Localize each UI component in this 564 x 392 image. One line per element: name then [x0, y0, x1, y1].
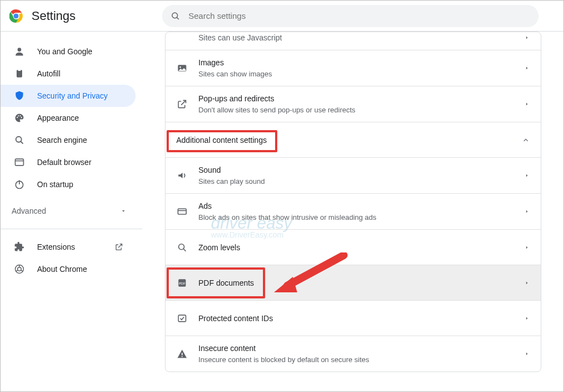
- setting-row-images[interactable]: Images Sites can show images: [165, 50, 541, 86]
- setting-row-ads[interactable]: Ads Block ads on sites that show intrusi…: [165, 193, 541, 229]
- svg-rect-32: [182, 353, 183, 355]
- setting-row-protected-content[interactable]: Protected content IDs: [165, 300, 541, 336]
- row-title: Protected content IDs: [199, 313, 513, 324]
- chevron-right-icon: [524, 316, 530, 321]
- search-input[interactable]: [189, 11, 531, 20]
- sidebar-advanced-toggle[interactable]: Advanced: [1, 200, 142, 222]
- row-sub: Sites can use Javascript: [199, 32, 513, 43]
- chevron-right-icon: [524, 351, 530, 357]
- chevron-right-icon: [524, 101, 530, 107]
- power-icon: [14, 179, 25, 190]
- header: Settings: [1, 1, 563, 32]
- sidebar-item-label: You and Google: [37, 47, 136, 56]
- row-sub: Don't allow sites to send pop-ups or use…: [199, 105, 513, 115]
- pdf-icon: PDF: [177, 277, 188, 288]
- setting-row-pdf-documents[interactable]: PDF PDF documents: [165, 265, 541, 300]
- row-title: Insecure content: [199, 343, 513, 354]
- extension-icon: [14, 241, 25, 252]
- setting-row-insecure-content[interactable]: Insecure content Insecure content is blo…: [165, 336, 541, 372]
- sidebar-item-extensions[interactable]: Extensions: [1, 236, 136, 258]
- svg-line-4: [177, 17, 179, 19]
- sidebar-item-label: On startup: [37, 180, 136, 189]
- sidebar-item-security-and-privacy[interactable]: Security and Privacy: [1, 85, 136, 107]
- sidebar-group-label: Advanced: [12, 207, 118, 215]
- svg-rect-14: [15, 159, 24, 166]
- row-title: Images: [199, 57, 513, 68]
- svg-rect-25: [178, 209, 186, 214]
- chevron-down-icon: [118, 205, 129, 216]
- sidebar-item-label: Appearance: [37, 114, 136, 122]
- section-additional-content-settings[interactable]: Additional content settings: [165, 122, 541, 157]
- main-content: Sites can use Javascript Images Sites ca…: [142, 32, 563, 392]
- svg-point-24: [179, 66, 181, 68]
- chevron-up-icon: [522, 136, 530, 144]
- svg-point-10: [20, 115, 21, 116]
- svg-line-28: [183, 249, 185, 251]
- clipboard-icon: [14, 68, 25, 79]
- chevron-right-icon: [524, 209, 530, 214]
- row-sub: Insecure content is blocked by default o…: [199, 355, 513, 365]
- row-title: PDF documents: [199, 277, 513, 288]
- page-title: Settings: [32, 9, 76, 23]
- settings-card: Sites can use Javascript Images Sites ca…: [165, 32, 541, 372]
- sidebar-item-label: Security and Privacy: [37, 91, 136, 100]
- row-title: Sound: [199, 164, 513, 176]
- sidebar-item-autofill[interactable]: Autofill: [1, 63, 136, 85]
- svg-point-5: [18, 48, 22, 51]
- warning-icon: [177, 348, 188, 359]
- sidebar-item-you-and-google[interactable]: You and Google: [1, 40, 136, 63]
- protected-content-icon: [177, 313, 188, 324]
- sidebar-item-label: Default browser: [37, 158, 136, 167]
- setting-row-sound[interactable]: Sound Sites can play sound: [165, 157, 541, 193]
- sidebar-item-label: About Chrome: [37, 265, 136, 274]
- chevron-right-icon: [524, 173, 530, 178]
- setting-row-popups[interactable]: Pop-ups and redirects Don't allow sites …: [165, 86, 541, 122]
- row-sub: Sites can show images: [199, 69, 513, 79]
- palette-icon: [14, 112, 25, 123]
- svg-point-3: [172, 13, 178, 18]
- ads-icon: [177, 206, 188, 217]
- section-label: Additional content settings: [177, 136, 267, 145]
- setting-row-javascript[interactable]: Sites can use Javascript: [165, 32, 541, 50]
- image-icon: [177, 63, 188, 74]
- svg-rect-31: [178, 315, 185, 322]
- sound-icon: [177, 170, 188, 181]
- search-icon: [14, 135, 25, 146]
- svg-point-12: [16, 137, 22, 142]
- sidebar-item-appearance[interactable]: Appearance: [1, 107, 136, 129]
- row-title: Ads: [199, 200, 513, 212]
- search-box[interactable]: [162, 5, 539, 27]
- svg-point-11: [21, 117, 22, 118]
- chevron-right-icon: [524, 35, 530, 40]
- sidebar-item-label: Search engine: [37, 136, 136, 145]
- chrome-outline-icon: [14, 264, 25, 275]
- chevron-right-icon: [524, 280, 530, 286]
- zoom-icon: [177, 242, 188, 253]
- shield-icon: [14, 90, 25, 101]
- sidebar-item-on-startup[interactable]: On startup: [1, 173, 136, 195]
- svg-line-13: [21, 142, 23, 144]
- svg-rect-33: [182, 356, 183, 357]
- svg-point-27: [178, 244, 184, 249]
- svg-rect-6: [17, 70, 22, 77]
- sidebar: You and Google Autofill Security and Pri…: [1, 32, 142, 392]
- search-icon: [170, 11, 181, 22]
- chrome-logo-icon: [9, 9, 23, 23]
- chevron-right-icon: [524, 245, 530, 250]
- svg-line-22: [21, 270, 23, 272]
- svg-rect-7: [18, 69, 21, 71]
- setting-row-zoom-levels[interactable]: Zoom levels: [165, 229, 541, 265]
- row-title: Zoom levels: [199, 242, 513, 253]
- svg-line-21: [16, 270, 18, 272]
- person-icon: [14, 46, 25, 57]
- svg-text:PDF: PDF: [179, 281, 185, 285]
- sidebar-item-search-engine[interactable]: Search engine: [1, 129, 136, 151]
- open-in-new-icon: [177, 99, 188, 110]
- row-sub: Sites can play sound: [199, 177, 513, 187]
- sidebar-item-default-browser[interactable]: Default browser: [1, 151, 136, 173]
- divider: [1, 229, 142, 229]
- chevron-right-icon: [524, 65, 530, 71]
- sidebar-item-about-chrome[interactable]: About Chrome: [1, 258, 136, 280]
- sidebar-item-label: Autofill: [37, 69, 136, 78]
- row-sub: Block ads on sites that show intrusive o…: [199, 213, 513, 223]
